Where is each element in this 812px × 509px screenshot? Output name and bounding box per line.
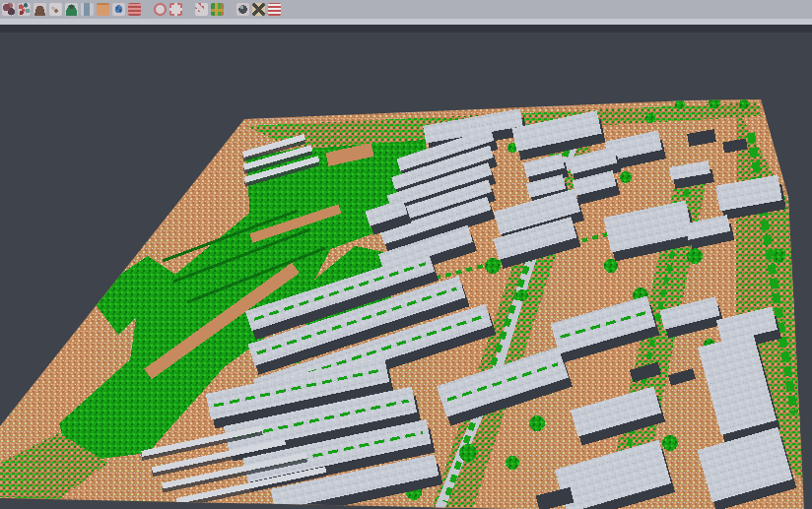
checkerboard-icon[interactable] <box>195 3 208 16</box>
tree-clump <box>709 96 720 108</box>
selection-brackets-icon[interactable] <box>169 3 182 16</box>
layers-icon[interactable] <box>128 3 141 16</box>
tree-clump <box>645 113 655 123</box>
toolbar-separator <box>227 3 237 16</box>
orthophoto-icon[interactable] <box>211 3 224 16</box>
tree-clump <box>459 444 477 462</box>
classified-point-cloud-scene <box>0 0 812 509</box>
building-column-icon[interactable] <box>81 3 94 16</box>
tree-clump <box>675 99 685 109</box>
tree-clump <box>662 435 678 451</box>
gear-ring-icon[interactable] <box>154 3 167 16</box>
tree-clump <box>506 456 519 470</box>
tree-clump <box>620 171 632 183</box>
dirt-road <box>327 150 372 159</box>
toolbar <box>0 0 812 19</box>
application-window: { "window": { "background": "#3f434b" },… <box>0 0 812 509</box>
tree-clump <box>772 249 785 263</box>
tree-clump <box>739 99 749 109</box>
scatter-points-icon[interactable] <box>18 3 31 16</box>
vegetation-mound-icon[interactable] <box>65 3 78 16</box>
tree-clump <box>687 248 703 264</box>
terrain-tile-icon[interactable] <box>97 3 109 16</box>
toolbar-highlight <box>0 19 812 25</box>
tree-clump <box>516 289 528 301</box>
swap-marks-icon[interactable] <box>252 3 265 16</box>
3d-point-cloud-viewport[interactable] <box>0 25 812 509</box>
tree-clump <box>529 415 545 431</box>
sparse-points-icon[interactable] <box>49 3 62 16</box>
terrain-mesh <box>0 0 812 509</box>
ground-mound-icon[interactable] <box>34 3 46 16</box>
globe-icon[interactable] <box>112 3 125 16</box>
toolbar-separator <box>185 3 195 16</box>
tree-clump <box>485 258 501 274</box>
classified-points-icon[interactable] <box>2 3 15 16</box>
toolbar-separator <box>144 3 154 16</box>
dark-sphere-icon[interactable] <box>237 3 249 16</box>
toolbar-shade-strip <box>0 25 812 32</box>
striped-flag-icon[interactable] <box>268 3 281 16</box>
